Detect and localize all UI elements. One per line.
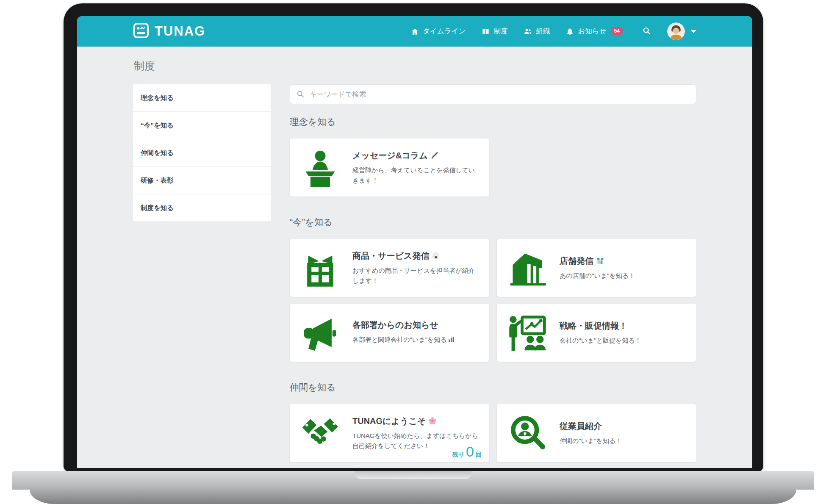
nav-item-label: タイムライン (423, 27, 466, 36)
section-heading: 仲間を知る (290, 381, 696, 393)
laptop-lid-notch (355, 471, 471, 479)
card-title: 各部署からのお知らせ (352, 319, 438, 331)
sidebar-item-rinen[interactable]: 理念を知る (133, 84, 271, 112)
card-body: メッセージ&コラム 経営陣から、考えていることを発信していきます！ (352, 150, 479, 186)
laptop-screen-content: TUNAG タイムライン 制度 (77, 16, 752, 468)
main-content: 理念を知る メッセージ&コラム (290, 84, 696, 468)
handshake-icon (300, 413, 341, 454)
navbar-right: タイムライン 制度 組織 (411, 22, 696, 40)
card-description-text: 各部署と関連会社の"いま"を知る (352, 336, 447, 343)
card-title-row: 店舗発信 (560, 255, 686, 267)
sidebar-item-label: 制度を知る (141, 204, 174, 213)
convenience-store-emoji (596, 257, 604, 265)
card-description-text: おすすめの商品・サービスを担当者が紹介します！ (352, 267, 475, 284)
search-icon-gray (296, 90, 305, 100)
category-section: 理念を知る メッセージ&コラム (290, 116, 696, 197)
card-title: 店舗発信 (560, 255, 593, 267)
pen-emoji (430, 151, 439, 160)
cherry-blossom-emoji (428, 417, 437, 425)
card-title-row: TUNAGにようこそ (352, 415, 479, 427)
searchbar (290, 84, 696, 104)
laptop-base-bottom (30, 490, 796, 504)
program-card[interactable]: TUNAGにようこそ TUNAGを使い始めたら、まずはこちらから自己紹介をしてく… (290, 404, 489, 462)
sidebar-item-seido[interactable]: 制度を知る (133, 194, 271, 222)
magnifier-person-icon (507, 413, 548, 454)
card-description: 各部署と関連会社の"いま"を知る (352, 335, 479, 346)
sidebar-item-label: “今”を知る (141, 121, 174, 130)
category-section: “今”を知る 商品・サービス発信 (290, 216, 696, 362)
bar-chart-emoji (448, 336, 455, 346)
program-card[interactable]: 従業員紹介 仲間の"いま"を知る！ (497, 404, 696, 462)
sidebar-item-kenshu[interactable]: 研修・表彰 (133, 167, 271, 194)
sidebar-item-label: 理念を知る (141, 94, 174, 102)
remaining-value: 0 (466, 444, 474, 459)
program-card[interactable]: 店舗発信 あの店舗の"いま"を知る！ (497, 239, 696, 297)
card-description: 会社の"いま"と販促を知る！ (560, 335, 686, 346)
card-description-text: 経営陣から、考えていることを発信していきます！ (352, 166, 475, 184)
riceball-emoji (432, 252, 440, 260)
nav-timeline[interactable]: タイムライン (411, 27, 466, 36)
card-body: 各部署からのお知らせ 各部署と関連会社の"いま"を知る (352, 319, 479, 346)
card-grid: 商品・サービス発信 おすすめの商品・サービスを担当者が紹介します！ (290, 239, 696, 362)
sidebar-item-label: 仲間を知る (141, 149, 174, 158)
card-grid: TUNAGにようこそ TUNAGを使い始めたら、まずはこちらから自己紹介をしてく… (290, 404, 696, 462)
card-body: TUNAGにようこそ TUNAGを使い始めたら、まずはこちらから自己紹介をしてく… (352, 415, 479, 451)
card-description: あの店舗の"いま"を知る！ (560, 271, 686, 281)
program-card[interactable]: 商品・サービス発信 おすすめの商品・サービスを担当者が紹介します！ (290, 239, 489, 297)
navbar-items: タイムライン 制度 組織 (411, 27, 623, 36)
program-card[interactable]: 各部署からのお知らせ 各部署と関連会社の"いま"を知る (290, 304, 489, 362)
remaining-unit: 回 (476, 451, 482, 459)
nav-programs[interactable]: 制度 (482, 27, 507, 36)
nav-notifications[interactable]: お知らせ 54 (566, 27, 623, 36)
tunag-logo[interactable]: TUNAG (133, 22, 205, 40)
remaining-count: 残り 0 回 (452, 444, 482, 459)
people-icon (524, 27, 532, 36)
program-card[interactable]: メッセージ&コラム 経営陣から、考えていることを発信していきます！ (290, 138, 489, 197)
nav-item-label: 組織 (536, 27, 550, 36)
tunag-logo-text: TUNAG (155, 24, 205, 39)
notification-count-badge: 54 (611, 27, 623, 35)
card-title: メッセージ&コラム (352, 150, 428, 161)
category-section: 仲間を知る TUNAGにようこそ (290, 381, 696, 462)
card-grid: メッセージ&コラム 経営陣から、考えていることを発信していきます！ (290, 138, 696, 197)
search-icon (642, 26, 651, 36)
tunag-logo-icon (133, 22, 149, 40)
podium-speaker-icon (300, 147, 341, 188)
sidebar-item-ima[interactable]: “今”を知る (133, 112, 271, 139)
search-button[interactable] (640, 25, 653, 38)
card-description-text: あの店舗の"いま"を知る！ (560, 272, 635, 279)
sidebar-item-label: 研修・表彰 (141, 176, 174, 185)
nav-item-label: 制度 (493, 27, 507, 36)
card-description-text: 仲間の"いま"を知る！ (560, 437, 622, 444)
book-icon (482, 28, 490, 36)
user-avatar-icon[interactable] (667, 22, 685, 40)
card-description: 仲間の"いま"を知る！ (560, 436, 686, 446)
card-title-row: 戦略・販促情報！ (560, 320, 686, 332)
sidebar-item-nakama[interactable]: 仲間を知る (133, 139, 271, 167)
card-title-row: メッセージ&コラム (352, 150, 479, 161)
navbar-inner: TUNAG タイムライン 制度 (133, 16, 696, 47)
card-title: 商品・サービス発信 (352, 250, 429, 262)
laptop-base (12, 471, 814, 490)
category-sidebar: 理念を知る “今”を知る 仲間を知る 研修・表彰 制度を知る (133, 84, 271, 222)
nav-organization[interactable]: 組織 (524, 27, 550, 36)
megaphone-icon (300, 313, 341, 353)
bell-icon (566, 28, 574, 36)
nav-item-label: お知らせ (578, 27, 606, 36)
section-heading: 理念を知る (290, 116, 696, 128)
card-title: TUNAGにようこそ (352, 415, 426, 427)
home-icon (411, 28, 419, 36)
keyword-search-input[interactable] (290, 84, 696, 104)
card-title-row: 各部署からのお知らせ (352, 319, 479, 331)
laptop-bezel: TUNAG タイムライン 制度 (64, 3, 763, 472)
card-body: 戦略・販促情報！ 会社の"いま"と販促を知る！ (560, 320, 686, 346)
store-building-icon (507, 248, 548, 288)
program-card[interactable]: 戦略・販促情報！ 会社の"いま"と販促を知る！ (497, 304, 696, 362)
card-description-text: 会社の"いま"と販促を知る！ (560, 337, 641, 344)
card-title: 戦略・販促情報！ (560, 320, 627, 332)
card-description: 経営陣から、考えていることを発信していきます！ (352, 165, 479, 186)
page-layout: 理念を知る “今”を知る 仲間を知る 研修・表彰 制度を知る (133, 84, 696, 468)
chevron-down-icon[interactable] (691, 30, 696, 33)
card-body: 商品・サービス発信 おすすめの商品・サービスを担当者が紹介します！ (352, 250, 479, 286)
card-title-row: 商品・サービス発信 (352, 250, 479, 262)
